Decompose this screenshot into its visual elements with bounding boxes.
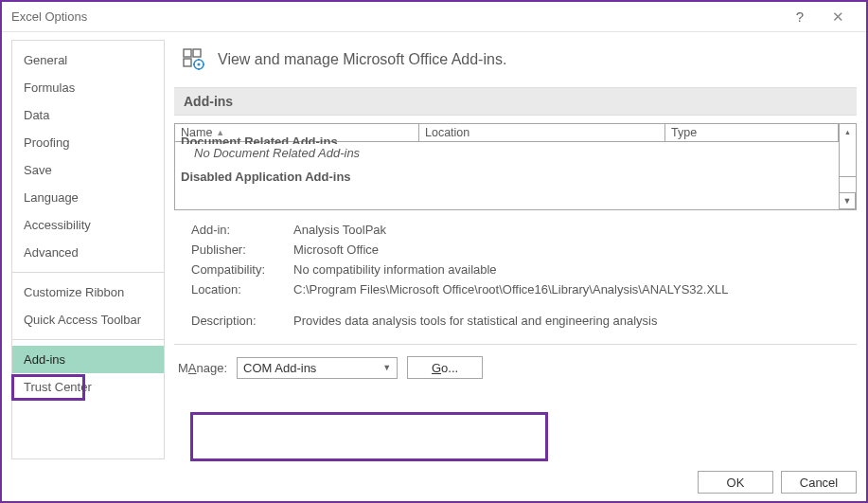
addin-details: Add-in:Analysis ToolPak Publisher:Micros… [174, 220, 857, 331]
detail-compat-value: No compatibility information available [293, 262, 853, 277]
scrollbar-thumb[interactable] [839, 176, 857, 193]
close-icon[interactable]: ✕ [819, 9, 857, 26]
titlebar: Excel Options ? ✕ [2, 2, 866, 32]
detail-location-label: Location: [191, 282, 293, 296]
no-document-addins-note: No Document Related Add-ins [181, 144, 856, 162]
sidebar-item-general[interactable]: General [12, 46, 164, 74]
sidebar-item-formulas[interactable]: Formulas [12, 74, 164, 101]
sidebar-item-customize-ribbon[interactable]: Customize Ribbon [12, 278, 164, 306]
svg-rect-1 [184, 59, 191, 66]
sidebar-item-language[interactable]: Language [12, 184, 164, 211]
addins-table: Name▲ Location Type ▲ Document Related A… [174, 123, 857, 210]
excel-options-dialog: Excel Options ? ✕ General Formulas Data … [0, 0, 868, 503]
sidebar-item-trust-center[interactable]: Trust Center [12, 373, 164, 401]
panel-heading-text: View and manage Microsoft Office Add-ins… [218, 51, 506, 68]
detail-publisher-value: Microsoft Office [293, 243, 853, 257]
sidebar-item-proofing[interactable]: Proofing [12, 129, 164, 156]
detail-addin-label: Add-in: [191, 223, 293, 237]
manage-row: MAnage: COM Add-ins ▼ Go... [174, 352, 857, 383]
detail-desc-label: Description: [191, 314, 293, 328]
detail-compat-label: Compatibility: [191, 262, 293, 277]
scroll-down-icon[interactable]: ▼ [839, 192, 856, 209]
sidebar-item-save[interactable]: Save [12, 156, 164, 184]
sidebar-item-data[interactable]: Data [12, 101, 164, 129]
detail-desc-value: Provides data analysis tools for statist… [293, 314, 853, 328]
addins-gear-icon [180, 45, 208, 74]
cancel-button[interactable]: Cancel [781, 471, 857, 494]
detail-location-value: C:\Program Files\Microsoft Office\root\O… [293, 282, 853, 296]
group-document-related: Document Related Add-ins [181, 135, 856, 144]
main-panel: View and manage Microsoft Office Add-ins… [174, 40, 857, 459]
sidebar-divider [12, 339, 164, 340]
ok-button[interactable]: OK [698, 471, 773, 494]
detail-addin-value: Analysis ToolPak [293, 223, 853, 237]
sidebar-item-addins[interactable]: Add-ins [12, 346, 164, 373]
dialog-footer: OK Cancel [2, 465, 866, 501]
addins-list[interactable]: Document Related Add-ins No Document Rel… [174, 135, 857, 210]
go-button[interactable]: Go... [407, 356, 483, 379]
help-icon[interactable]: ? [781, 9, 819, 25]
sidebar-item-qat[interactable]: Quick Access Toolbar [12, 306, 164, 333]
chevron-down-icon: ▼ [382, 363, 391, 372]
section-header: Add-ins [174, 87, 857, 116]
sidebar: General Formulas Data Proofing Save Lang… [11, 40, 165, 459]
sidebar-item-advanced[interactable]: Advanced [12, 239, 164, 266]
scrollbar[interactable] [839, 135, 856, 192]
panel-heading: View and manage Microsoft Office Add-ins… [174, 40, 857, 87]
svg-rect-2 [193, 49, 201, 57]
window-title: Excel Options [11, 9, 781, 24]
manage-label: MAnage: [178, 361, 227, 375]
manage-select-value: COM Add-ins [243, 361, 316, 375]
svg-rect-0 [184, 49, 191, 57]
manage-select[interactable]: COM Add-ins ▼ [237, 357, 398, 379]
group-disabled: Disabled Application Add-ins [181, 162, 856, 184]
sidebar-divider [12, 272, 164, 273]
dialog-body: General Formulas Data Proofing Save Lang… [2, 32, 866, 465]
svg-point-4 [197, 63, 200, 65]
sidebar-item-accessibility[interactable]: Accessibility [12, 211, 164, 239]
detail-publisher-label: Publisher: [191, 243, 293, 257]
separator [174, 344, 857, 345]
